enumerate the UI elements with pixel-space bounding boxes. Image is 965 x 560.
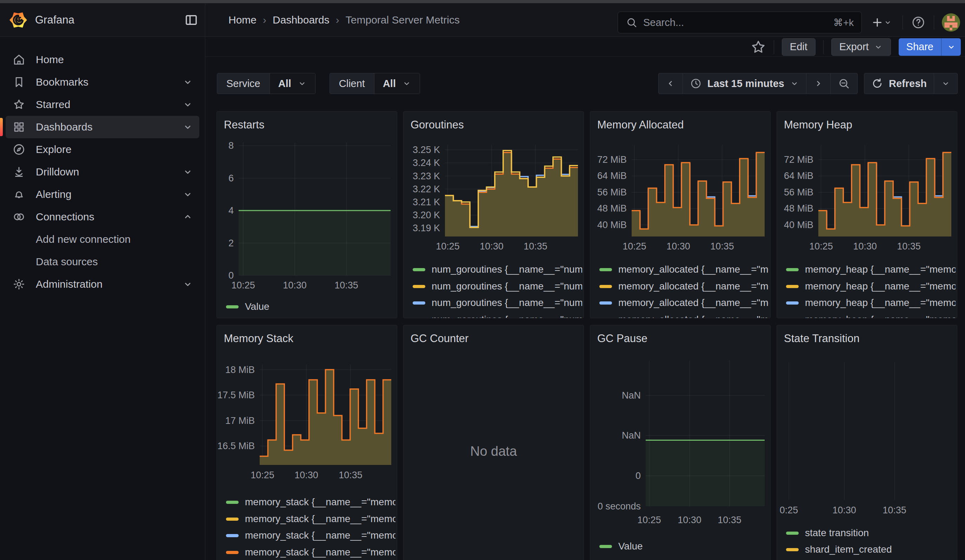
edit-button[interactable]: Edit: [782, 38, 816, 56]
breadcrumb-current: Temporal Server Metrics: [346, 14, 460, 26]
chevron-down-icon: [883, 18, 892, 27]
y-axis-label: 56 MiB: [777, 187, 813, 198]
legend-label: memory_heap {__name__="memory_h: [805, 314, 955, 318]
legend-color-dash: [786, 285, 799, 288]
favorite-star-icon[interactable]: [751, 39, 766, 55]
y-axis-label: 2: [217, 238, 234, 248]
legend-label: memory_stack {__name__="memory_s: [245, 513, 396, 524]
legend-label: num_goroutines {__name__="num_go: [432, 297, 582, 309]
main-area: Edit Export Share Service All Client All: [205, 37, 965, 560]
legend-color-dash: [226, 518, 239, 521]
client-filter-value[interactable]: All: [375, 73, 420, 94]
search-input[interactable]: [643, 17, 828, 28]
breadcrumb-separator: ›: [263, 14, 267, 26]
chart-plot-area[interactable]: [779, 362, 955, 500]
y-axis-label: 3.25 K: [404, 145, 440, 155]
legend-item[interactable]: memory_stack {__name__="memory_s: [226, 545, 396, 559]
sidebar-item-starred[interactable]: Starred: [6, 93, 199, 116]
zoom-out-button[interactable]: [830, 73, 858, 94]
legend-item[interactable]: Value: [226, 300, 396, 314]
sidebar-item-data-sources[interactable]: Data sources: [6, 250, 199, 273]
sidebar-item-drilldown[interactable]: Drilldown: [6, 161, 199, 183]
avatar[interactable]: [942, 13, 960, 31]
refresh-icon: [871, 78, 883, 90]
app-title: Grafana: [35, 14, 74, 26]
x-axis-label: 10:35: [710, 241, 734, 252]
chart-plot-area[interactable]: [445, 145, 578, 237]
refresh-interval-button[interactable]: [934, 73, 958, 94]
legend-item[interactable]: memory_heap {__name__="memory_h: [786, 263, 955, 276]
y-axis-label: 17 MiB: [217, 415, 255, 426]
bookmark-icon: [12, 75, 26, 89]
legend-item[interactable]: num_goroutines {__name__="num_go: [413, 313, 582, 318]
legend-item[interactable]: state transition: [786, 526, 955, 540]
legend-item[interactable]: memory_stack {__name__="memory_s: [226, 528, 396, 542]
sidebar-item-connections[interactable]: Connections: [6, 206, 199, 228]
legend-item[interactable]: memory_heap {__name__="memory_h: [786, 313, 955, 318]
sidebar-item-explore[interactable]: Explore: [6, 138, 199, 161]
link-icon: [12, 210, 26, 224]
legend-item[interactable]: memory_stack {__name__="memory_s: [226, 495, 396, 509]
bell-icon: [12, 188, 26, 201]
legend-item[interactable]: memory_allocated {__name__="memo: [599, 279, 769, 293]
sidebar-item-home[interactable]: Home: [6, 48, 199, 71]
chart-plot-area[interactable]: [646, 360, 765, 506]
sidebar: HomeBookmarksStarredDashboardsExploreDri…: [0, 37, 205, 560]
grafana-logo-icon[interactable]: [9, 11, 27, 29]
window-top-strip: [0, 0, 965, 3]
search-box[interactable]: ⌘+k: [618, 11, 862, 33]
client-filter: Client All: [329, 73, 420, 94]
chart-plot-area[interactable]: [260, 364, 391, 465]
legend-label: num_goroutines {__name__="num_go: [432, 314, 582, 318]
legend-item[interactable]: memory_allocated {__name__="memo: [599, 263, 769, 276]
breadcrumb-dashboards[interactable]: Dashboards: [273, 14, 329, 26]
time-forward-button[interactable]: [806, 73, 831, 94]
sidebar-item-add-new-connection[interactable]: Add new connection: [6, 228, 199, 250]
export-button[interactable]: Export: [831, 38, 891, 56]
y-axis-label: 72 MiB: [590, 154, 627, 165]
share-button[interactable]: Share: [899, 38, 941, 56]
legend-item[interactable]: memory_allocated {__name__="memo: [599, 296, 769, 310]
legend-item[interactable]: memory_stack {__name__="memory_s: [226, 512, 396, 526]
top-nav: Grafana Home › Dashboards › Temporal Ser…: [0, 3, 965, 37]
sidebar-toggle-icon[interactable]: [184, 13, 199, 28]
refresh-button[interactable]: Refresh: [864, 73, 934, 94]
sidebar-item-dashboards[interactable]: Dashboards: [6, 116, 199, 138]
sidebar-item-administration[interactable]: Administration: [6, 273, 199, 296]
y-axis-label: 0: [590, 470, 641, 481]
legend-label: memory_allocated {__name__="memo: [618, 297, 769, 309]
legend-item[interactable]: memory_heap {__name__="memory_h: [786, 296, 955, 310]
legend-item[interactable]: shard_item_created: [786, 542, 955, 557]
service-filter-value[interactable]: All: [270, 73, 315, 94]
add-button[interactable]: [868, 15, 895, 30]
sidebar-item-bookmarks[interactable]: Bookmarks: [6, 71, 199, 93]
time-back-button[interactable]: [658, 73, 683, 94]
share-options-button[interactable]: [941, 38, 961, 56]
chevron-down-icon: [183, 167, 193, 177]
time-range-picker[interactable]: Last 15 minutes: [682, 73, 806, 94]
y-axis-label: 3.23 K: [404, 171, 440, 181]
panel-gc-counter: GC CounterNo data: [403, 325, 584, 560]
legend-item[interactable]: num_goroutines {__name__="num_go: [413, 279, 582, 293]
panel-title: Memory Heap: [784, 119, 852, 131]
x-axis-label: 10:35: [334, 280, 358, 291]
x-axis-label: 10:35: [339, 470, 363, 481]
help-button[interactable]: [911, 15, 926, 30]
legend-item[interactable]: Value: [599, 539, 769, 553]
chart-plot-area[interactable]: [631, 145, 765, 237]
legend-item[interactable]: num_goroutines {__name__="num_go: [413, 296, 582, 310]
legend-item[interactable]: memory_heap {__name__="memory_h: [786, 279, 955, 293]
legend-color-dash: [413, 268, 425, 271]
compass-icon: [12, 142, 26, 157]
sidebar-item-label: Alerting: [36, 188, 72, 200]
sidebar-divider: [205, 3, 205, 560]
chart-plot-area[interactable]: [818, 145, 951, 237]
sidebar-item-alerting[interactable]: Alerting: [6, 183, 199, 206]
legend-item[interactable]: num_goroutines {__name__="num_go: [413, 263, 582, 276]
y-axis-label: 16.5 MiB: [217, 441, 255, 452]
breadcrumb-home[interactable]: Home: [229, 14, 257, 26]
x-axis-label: 10:30: [480, 241, 504, 252]
legend-color-dash: [226, 534, 239, 537]
legend-item[interactable]: memory_allocated {__name__="memo: [599, 313, 769, 318]
chart-plot-area[interactable]: [239, 142, 391, 276]
